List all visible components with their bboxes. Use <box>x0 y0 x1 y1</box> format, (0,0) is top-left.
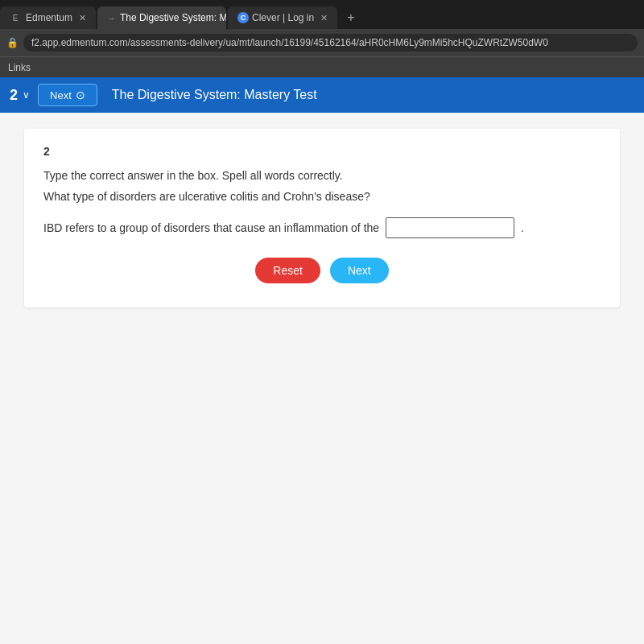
address-bar: 🔒 <box>0 29 644 56</box>
links-label[interactable]: Links <box>8 62 31 73</box>
tab-edmentum-close[interactable]: ✕ <box>79 13 86 23</box>
tab-clever[interactable]: C Clever | Log in ✕ <box>228 6 337 29</box>
answer-prefix: IBD refers to a group of disorders that … <box>43 221 379 234</box>
browser-window: E Edmentum ✕ → The Digestive System: Mas… <box>0 0 644 644</box>
answer-suffix: . <box>521 221 524 234</box>
reset-label: Reset <box>273 264 303 277</box>
nav-dropdown-icon[interactable]: ∨ <box>23 89 30 101</box>
reset-button[interactable]: Reset <box>255 258 320 283</box>
tab-edmentum-label: Edmentum <box>26 12 72 23</box>
button-row: Reset Next <box>43 258 601 283</box>
question-nav: 2 ∨ <box>10 87 30 104</box>
new-tab-icon: + <box>347 10 354 25</box>
next-header-arrow-icon: ⊙ <box>76 89 85 101</box>
question-instruction: Type the correct answer in the box. Spel… <box>43 169 601 182</box>
answer-row: IBD refers to a group of disorders that … <box>43 217 601 238</box>
next-main-button[interactable]: Next <box>330 258 389 283</box>
question-number: 2 <box>43 145 601 158</box>
app-header: 2 ∨ Next ⊙ The Digestive System: Mastery… <box>0 77 644 113</box>
links-bar: Links <box>0 56 644 77</box>
answer-input[interactable] <box>386 217 514 238</box>
lock-icon: 🔒 <box>6 37 19 48</box>
new-tab-button[interactable]: + <box>339 6 362 29</box>
tab-edmentum[interactable]: E Edmentum ✕ <box>0 6 96 29</box>
question-text: What type of disorders are ulcerative co… <box>43 190 601 203</box>
tab-clever-close[interactable]: ✕ <box>320 13 328 23</box>
page-title: The Digestive System: Mastery Test <box>112 88 317 102</box>
tab-bar: E Edmentum ✕ → The Digestive System: Mas… <box>0 0 644 29</box>
question-card: 2 Type the correct answer in the box. Sp… <box>24 129 620 308</box>
clever-favicon: C <box>237 12 249 23</box>
question-number-nav: 2 <box>10 87 18 104</box>
next-header-label: Next <box>50 89 72 101</box>
mastery-favicon: → <box>107 12 115 23</box>
edmentum-favicon: E <box>10 12 21 23</box>
next-header-button[interactable]: Next ⊙ <box>38 84 97 106</box>
main-content: 2 Type the correct answer in the box. Sp… <box>0 113 644 644</box>
tab-mastery[interactable]: → The Digestive System: Mastery ✕ <box>97 6 226 29</box>
tab-clever-label: Clever | Log in <box>252 12 314 23</box>
next-main-label: Next <box>348 264 371 277</box>
address-input[interactable] <box>23 34 638 52</box>
tab-mastery-label: The Digestive System: Mastery <box>120 12 226 23</box>
